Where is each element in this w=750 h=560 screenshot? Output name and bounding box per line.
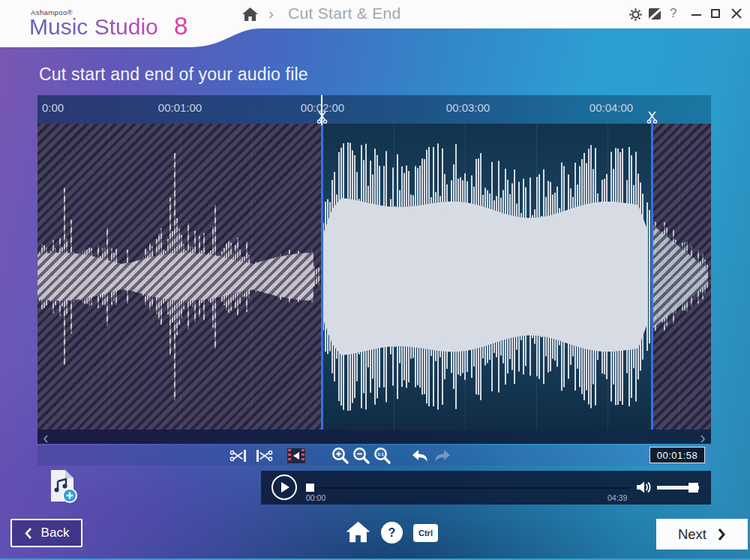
app-window: Ashampoo® Music Studio 8 › Cut Start & E… — [0, 0, 750, 560]
scroll-left-icon[interactable] — [43, 433, 49, 446]
waveform-centerline — [38, 277, 711, 277]
chevron-right-icon — [717, 528, 726, 541]
zoom-1to1-icon: 1:1 — [373, 447, 392, 465]
brand-product: Music Studio — [29, 14, 158, 40]
close-icon[interactable] — [731, 8, 742, 22]
cut-after-marker-button[interactable] — [252, 447, 276, 464]
elapsed-time: 00:00 — [306, 493, 326, 502]
zoom-original-button[interactable]: 1:1 — [372, 447, 392, 464]
undo-icon — [410, 448, 430, 464]
play-button[interactable] — [272, 475, 297, 500]
volume-handle[interactable] — [688, 483, 698, 493]
back-button[interactable]: Back — [10, 519, 82, 547]
svg-text:1:1: 1:1 — [377, 451, 384, 456]
playback-progress-handle[interactable] — [306, 484, 314, 492]
waveform-scrollbar[interactable] — [38, 430, 711, 444]
waveform-panel: 0:0000:01:0000:02:0000:03:0000:04:00 — [38, 95, 711, 444]
footer-help-button[interactable]: ? — [381, 522, 403, 544]
page-title: Cut start and end of your audio file — [39, 64, 308, 85]
preview-cut-button[interactable] — [286, 447, 306, 464]
chevron-left-icon — [24, 527, 32, 540]
minimize-icon[interactable] — [692, 14, 701, 16]
brand-version: 8 — [174, 12, 188, 40]
timeline-ruler[interactable]: 0:0000:01:0000:02:0000:03:0000:04:00 — [38, 95, 711, 124]
waveform-region[interactable] — [38, 124, 711, 430]
volume-icon[interactable] — [636, 480, 652, 498]
zoom-in-button[interactable] — [330, 447, 350, 464]
next-button-label: Next — [678, 526, 706, 543]
settings-gear-icon[interactable] — [628, 7, 643, 25]
total-time: 04:39 — [608, 493, 627, 502]
playback-progress-track[interactable] — [308, 487, 630, 489]
play-left-icon — [293, 452, 299, 460]
redo-icon — [433, 448, 452, 464]
cut-before-marker-button[interactable] — [226, 447, 250, 464]
feedback-icon[interactable] — [649, 8, 661, 19]
timeline-label: 00:03:00 — [446, 101, 490, 114]
undo-button[interactable] — [410, 447, 430, 464]
breadcrumb-title: Cut Start & End — [288, 4, 400, 22]
timeline-label: 00:01:00 — [158, 101, 202, 114]
chevron-right-icon: › — [268, 4, 274, 22]
play-icon — [281, 482, 290, 493]
footer-home-icon[interactable] — [345, 520, 371, 547]
back-button-label: Back — [41, 526, 70, 541]
redo-button[interactable] — [432, 447, 453, 464]
cut-bar-glyph — [244, 450, 246, 462]
home-icon[interactable] — [242, 7, 259, 25]
timeline-label: 0:00 — [42, 101, 64, 114]
cut-marker-line-end-cut[interactable] — [651, 113, 653, 430]
cut-marker-line-start-cut[interactable] — [321, 113, 323, 430]
film-strip-icon — [287, 448, 305, 463]
scissors-icon-end-cut[interactable] — [646, 111, 658, 127]
next-button[interactable]: Next — [656, 519, 748, 550]
maximize-icon[interactable] — [711, 9, 720, 18]
scissors-icon-start-cut[interactable] — [316, 111, 328, 127]
zoom-in-icon — [331, 447, 350, 465]
zoom-out-button[interactable] — [351, 447, 371, 464]
footer-ctrl-badge[interactable]: Ctrl — [413, 524, 438, 542]
edit-toolbar: 1:1 00:01:58 — [38, 445, 711, 466]
player-bar: 00:00 04:39 — [261, 471, 711, 505]
selection-time-display: 00:01:58 — [650, 447, 705, 463]
add-audio-file-button[interactable] — [45, 468, 81, 508]
timeline-label: 00:04:00 — [590, 101, 633, 114]
help-icon[interactable]: ? — [670, 6, 676, 21]
zoom-out-icon — [352, 447, 371, 465]
scroll-right-icon[interactable] — [700, 433, 706, 446]
